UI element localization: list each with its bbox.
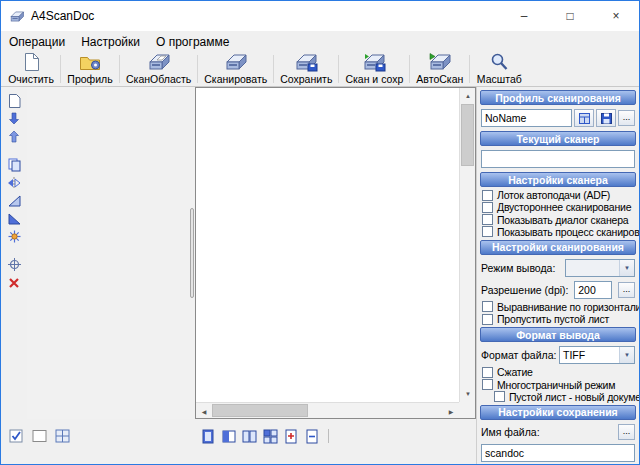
- mirror-icon[interactable]: [5, 175, 23, 190]
- scroll-right-icon[interactable]: ▶: [443, 403, 459, 419]
- profile-folder-icon: [79, 53, 101, 72]
- maximize-button[interactable]: □: [547, 1, 593, 31]
- zoom-button[interactable]: Масштаб: [471, 52, 527, 86]
- horizontal-scrollbar[interactable]: ◀ ▶: [196, 402, 459, 418]
- checkbox-icon[interactable]: [482, 301, 493, 312]
- scan-and-save-button[interactable]: Скан и сохр: [340, 52, 408, 86]
- move-up-icon[interactable]: [5, 129, 23, 144]
- checkbox-icon[interactable]: [482, 226, 493, 237]
- document-canvas[interactable]: [196, 88, 459, 402]
- checkbox-icon[interactable]: [494, 391, 505, 402]
- scroll-down-icon[interactable]: ▼: [460, 386, 476, 402]
- chevron-down-icon[interactable]: ▼: [619, 260, 634, 276]
- section-header-output-format[interactable]: Формат вывода: [480, 327, 636, 342]
- pages-panel[interactable]: [27, 87, 195, 419]
- crosshair-icon[interactable]: [5, 257, 23, 272]
- checkbox-icon[interactable]: [482, 190, 493, 201]
- checkbox-label: Показывать диалог сканера: [497, 214, 628, 226]
- zoom-out-page-button[interactable]: [304, 428, 321, 444]
- panel-splitter[interactable]: [188, 87, 195, 419]
- checkbox-icon[interactable]: [482, 379, 493, 390]
- close-button[interactable]: ×: [593, 1, 639, 31]
- checkbox-align-horizontal[interactable]: Выравнивание по горизонтали: [482, 301, 634, 313]
- output-mode-label: Режим вывода:: [481, 262, 555, 274]
- minimize-button[interactable]: –: [501, 1, 547, 31]
- scroll-left-icon[interactable]: ◀: [196, 403, 212, 419]
- file-name-input[interactable]: [481, 444, 635, 462]
- file-format-select[interactable]: TIFF ▼: [559, 346, 635, 364]
- horizontal-scroll-thumb[interactable]: [212, 404, 308, 417]
- scan-area-button[interactable]: СканОбласть: [121, 52, 196, 86]
- resolution-more-button[interactable]: ...: [618, 282, 635, 298]
- toolbar-separator: [469, 55, 470, 83]
- profile-more-button[interactable]: ...: [618, 110, 635, 126]
- zoom-in-page-button[interactable]: [283, 428, 300, 444]
- toolbar-separator: [119, 55, 120, 83]
- file-name-more-button[interactable]: ...: [618, 424, 635, 440]
- profile-list-button[interactable]: [574, 109, 594, 127]
- main-area: ▲ ▼ ◀ ▶: [1, 87, 639, 464]
- copy-page-icon[interactable]: [5, 157, 23, 172]
- checkbox-skip-blank-page[interactable]: Пропустить пустой лист: [482, 313, 634, 325]
- multi-page-button[interactable]: [262, 428, 279, 444]
- resolution-input[interactable]: [574, 281, 612, 299]
- profile-button[interactable]: Профиль: [62, 52, 118, 86]
- move-down-icon[interactable]: [5, 111, 23, 126]
- levels-icon[interactable]: [5, 211, 23, 226]
- checkbox-show-scanner-dialog[interactable]: Показывать диалог сканера: [482, 213, 634, 225]
- checkbox-icon[interactable]: [482, 202, 493, 213]
- delete-icon[interactable]: [5, 275, 23, 290]
- vertical-scrollbar[interactable]: ▲ ▼: [459, 88, 475, 402]
- section-header-save-settings[interactable]: Настройки сохранения: [480, 405, 636, 420]
- checkbox-label: Лоток автоподачи (ADF): [497, 189, 610, 201]
- checkbox-icon[interactable]: [482, 314, 493, 325]
- toolbar-button-label: Скан и сохр: [345, 73, 403, 85]
- menu-settings[interactable]: Настройки: [73, 31, 148, 52]
- section-header-scanner-settings[interactable]: Настройки сканера: [480, 172, 636, 187]
- left-toolbar: [1, 87, 27, 419]
- main-toolbar: Очистить Профиль СканОбласть Сканировать: [1, 52, 639, 87]
- scanner-row: [481, 150, 635, 168]
- checkbox-label: Сжатие: [497, 366, 533, 378]
- grid-view-button[interactable]: [54, 428, 71, 444]
- brightness-icon[interactable]: [5, 229, 23, 244]
- checkbox-icon[interactable]: [482, 367, 493, 378]
- checkbox-show-scan-progress[interactable]: Показывать процесс сканирования: [482, 226, 634, 238]
- zoom-icon: [489, 53, 509, 72]
- new-page-icon[interactable]: [5, 93, 23, 108]
- menu-operations[interactable]: Операции: [1, 31, 73, 52]
- select-pages-button[interactable]: [8, 428, 25, 444]
- clear-page-icon: [21, 53, 41, 72]
- checkbox-duplex[interactable]: Двустороннее сканирование: [482, 201, 634, 213]
- checkbox-adf[interactable]: Лоток автоподачи (ADF): [482, 189, 634, 201]
- current-scanner-input[interactable]: [481, 150, 635, 168]
- blank-page-button[interactable]: [31, 428, 48, 444]
- deskew-icon[interactable]: [5, 193, 23, 208]
- checkbox-label: Показывать процесс сканирования: [497, 226, 639, 238]
- scan-button[interactable]: Сканировать: [199, 52, 272, 86]
- toolbar-button-label: Очистить: [8, 73, 54, 85]
- output-mode-select[interactable]: ▼: [565, 259, 635, 277]
- checkbox-multipage-mode[interactable]: Многостраничный режим: [482, 379, 634, 391]
- menu-about[interactable]: О программе: [148, 31, 237, 52]
- view-buttons-separator: [328, 429, 329, 443]
- clear-button[interactable]: Очистить: [3, 52, 59, 86]
- pages-buttons-group: [8, 428, 71, 444]
- window-title: A4ScanDoc: [31, 9, 94, 23]
- save-button[interactable]: Сохранить: [275, 52, 337, 86]
- section-header-scan-settings[interactable]: Настройки сканирования: [480, 240, 636, 255]
- scroll-up-icon[interactable]: ▲: [460, 88, 476, 104]
- section-header-current-scanner[interactable]: Текущий сканер: [480, 131, 636, 146]
- profile-name-input[interactable]: [481, 109, 572, 127]
- vertical-scroll-thumb[interactable]: [461, 104, 474, 166]
- checkbox-icon[interactable]: [482, 214, 493, 225]
- fit-page-button[interactable]: [199, 428, 216, 444]
- checkbox-compression[interactable]: Сжатие: [482, 366, 634, 378]
- fit-width-button[interactable]: [220, 428, 237, 444]
- profile-save-button[interactable]: [596, 109, 616, 127]
- section-header-scan-profile[interactable]: Профиль сканирования: [480, 90, 636, 105]
- two-pages-button[interactable]: [241, 428, 258, 444]
- autoscan-button[interactable]: АвтоСкан: [411, 52, 468, 86]
- chevron-down-icon[interactable]: ▼: [619, 347, 634, 363]
- checkbox-blank-new-document[interactable]: Пустой лист - новый документ: [494, 391, 634, 403]
